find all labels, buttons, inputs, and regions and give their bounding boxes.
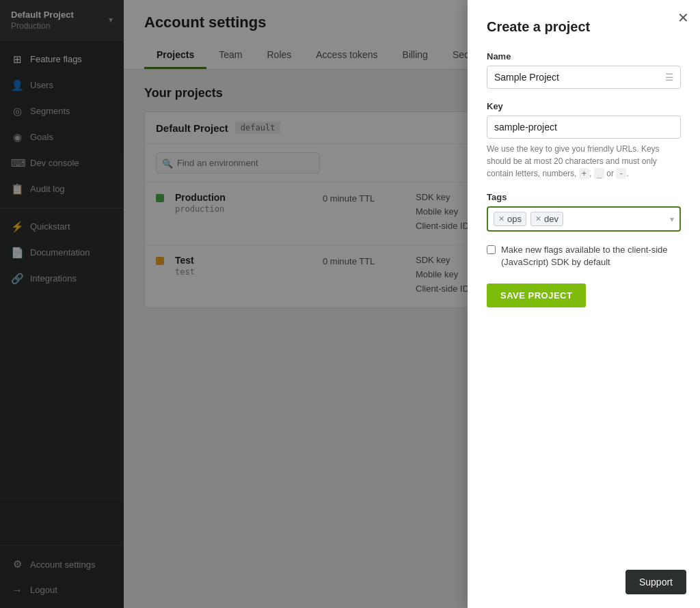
text-icon: ☰ <box>665 72 674 83</box>
name-label: Name <box>487 51 681 61</box>
form-group-name: Name ☰ <box>487 51 681 89</box>
form-group-key: Key We use the key to give you friendly … <box>487 101 681 180</box>
form-checkbox-row: Make new flags available to the client-s… <box>487 244 681 268</box>
tag-label: ops <box>507 214 522 224</box>
support-button[interactable]: Support <box>625 570 686 594</box>
tag-ops: ✕ ops <box>494 212 526 226</box>
chevron-down-icon[interactable]: ▾ <box>670 215 674 224</box>
tag-label: dev <box>544 214 558 224</box>
key-label: Key <box>487 101 681 111</box>
project-name-input[interactable] <box>487 66 681 89</box>
tag-x-icon[interactable]: ✕ <box>498 215 504 223</box>
tags-input[interactable]: ✕ ops ✕ dev ▾ <box>487 206 681 232</box>
modal-overlay: ✕ Create a project Name ☰ Key We use the… <box>0 0 700 608</box>
tag-x-icon[interactable]: ✕ <box>535 215 541 223</box>
checkbox-label: Make new flags available to the client-s… <box>501 244 681 268</box>
tags-text-input[interactable] <box>567 214 666 224</box>
project-key-input[interactable] <box>487 115 681 139</box>
form-group-tags: Tags ✕ ops ✕ dev ▾ <box>487 192 681 232</box>
tag-dev: ✕ dev <box>530 212 563 226</box>
close-icon[interactable]: ✕ <box>677 11 689 25</box>
key-hint: We use the key to give you friendly URLs… <box>487 143 681 180</box>
modal-title: Create a project <box>487 19 681 35</box>
save-project-button[interactable]: SAVE PROJECT <box>487 284 586 307</box>
tags-label: Tags <box>487 192 681 202</box>
client-side-checkbox[interactable] <box>487 245 496 254</box>
create-project-modal: ✕ Create a project Name ☰ Key We use the… <box>468 0 700 608</box>
